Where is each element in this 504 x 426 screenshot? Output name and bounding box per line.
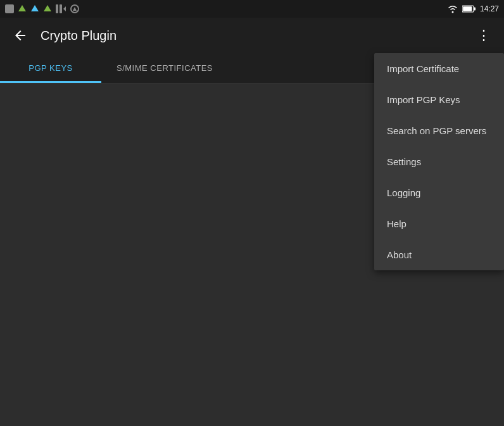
svg-rect-11 (474, 8, 476, 11)
svg-marker-1 (18, 5, 26, 11)
menu-item-logging[interactable]: Logging (374, 177, 504, 208)
battery-icon (462, 5, 476, 13)
app-title: Crypto Plugin (41, 28, 463, 43)
svg-marker-3 (44, 5, 51, 11)
svg-marker-8 (73, 7, 77, 11)
notification-icon-1 (5, 4, 14, 13)
back-button[interactable] (10, 25, 30, 46)
wifi-icon (447, 4, 458, 13)
menu-item-import-pgp-keys[interactable]: Import PGP Keys (374, 84, 504, 115)
menu-item-search-pgp-servers[interactable]: Search on PGP servers (374, 115, 504, 146)
notification-icon-3 (30, 4, 39, 13)
svg-rect-5 (60, 4, 62, 13)
svg-point-9 (451, 11, 453, 13)
notification-icon-4 (43, 4, 52, 13)
status-bar-right: 14:27 (447, 4, 499, 13)
notification-icon-6 (70, 4, 80, 13)
menu-item-settings[interactable]: Settings (374, 146, 504, 177)
more-options-button[interactable]: ⋮ (474, 25, 494, 46)
notification-icon-5 (56, 4, 66, 13)
menu-item-help[interactable]: Help (374, 208, 504, 239)
tab-smime-certificates[interactable]: S/MIME CERTIFICATES (101, 53, 228, 83)
status-bar: 14:27 (0, 0, 504, 18)
svg-rect-4 (56, 4, 58, 13)
svg-marker-6 (63, 6, 66, 11)
dropdown-menu: Import Certificate Import PGP Keys Searc… (374, 53, 504, 270)
menu-item-import-certificate[interactable]: Import Certificate (374, 53, 504, 84)
app-bar: Crypto Plugin ⋮ (0, 18, 504, 53)
menu-item-about[interactable]: About (374, 239, 504, 270)
time-display: 14:27 (480, 4, 499, 13)
svg-rect-12 (463, 6, 472, 11)
svg-marker-2 (31, 5, 39, 11)
status-bar-left (5, 4, 80, 13)
notification-icon-2 (18, 4, 27, 13)
tab-pgp-keys[interactable]: PGP KEYS (0, 53, 101, 83)
svg-rect-0 (5, 4, 14, 13)
